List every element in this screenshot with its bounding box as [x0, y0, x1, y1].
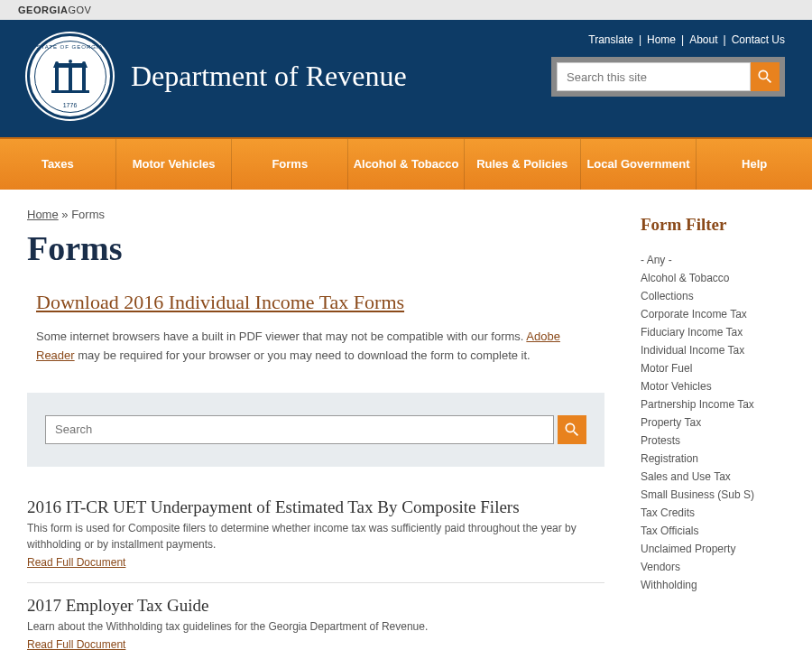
- svg-rect-2: [82, 68, 86, 90]
- filter-item[interactable]: Property Tax: [641, 413, 794, 432]
- read-full-document-link[interactable]: Read Full Document: [27, 556, 125, 569]
- header-left: STATE OF GEORGIA 1776 Department of Reve…: [27, 33, 407, 119]
- filter-item[interactable]: Vendors: [641, 558, 794, 576]
- link-home[interactable]: Home: [647, 33, 676, 46]
- filter-item[interactable]: Collections: [641, 287, 794, 305]
- nav-taxes[interactable]: Taxes: [0, 139, 116, 190]
- filter-list: - Any - Alcohol & Tobacco Collections Co…: [641, 251, 794, 594]
- intro-text: Some internet browsers have a built in P…: [36, 328, 595, 366]
- main-nav: Taxes Motor Vehicles Forms Alcohol & Tob…: [0, 137, 812, 190]
- form-search-input[interactable]: [45, 415, 554, 444]
- filter-item[interactable]: Corporate Income Tax: [641, 305, 794, 323]
- filter-item[interactable]: Withholding: [641, 576, 794, 594]
- filter-title: Form Filter: [641, 215, 794, 235]
- gov-bar: GEORGIAGOV: [0, 0, 812, 20]
- site-search-wrap: [551, 57, 785, 97]
- form-item-desc: This form is used for Composite filers t…: [27, 520, 604, 552]
- header-right: Translate|Home|About|Contact Us: [551, 33, 785, 119]
- filter-item[interactable]: Tax Officials: [641, 522, 794, 540]
- department-title: Department of Revenue: [131, 60, 407, 93]
- form-item-desc: Learn about the Withholding tax guidelin…: [27, 618, 604, 635]
- form-item: 2017 Employer Tax Guide Learn about the …: [27, 583, 604, 650]
- breadcrumb: Home » Forms: [27, 208, 604, 221]
- nav-alcohol-tobacco[interactable]: Alcohol & Tobacco: [348, 139, 465, 190]
- link-translate[interactable]: Translate: [588, 33, 633, 46]
- filter-item[interactable]: Protests: [641, 432, 794, 450]
- filter-item[interactable]: Small Business (Sub S): [641, 486, 794, 504]
- breadcrumb-current: Forms: [71, 208, 105, 221]
- filter-item[interactable]: Tax Credits: [641, 504, 794, 522]
- gov-bar-suffix: GOV: [68, 5, 91, 15]
- nav-help[interactable]: Help: [697, 139, 812, 190]
- header: STATE OF GEORGIA 1776 Department of Reve…: [0, 20, 812, 137]
- search-icon: [756, 68, 774, 86]
- nav-forms[interactable]: Forms: [232, 139, 348, 190]
- filter-item[interactable]: - Any -: [641, 251, 794, 269]
- nav-rules-policies[interactable]: Rules & Policies: [465, 139, 581, 190]
- link-about[interactable]: About: [689, 33, 717, 46]
- form-search-button[interactable]: [558, 415, 586, 444]
- filter-item[interactable]: Alcohol & Tobacco: [641, 269, 794, 287]
- filter-item[interactable]: Partnership Income Tax: [641, 395, 794, 413]
- page-title: Forms: [27, 228, 604, 268]
- svg-rect-3: [51, 90, 89, 93]
- filter-item[interactable]: Registration: [641, 450, 794, 468]
- form-search-wrap: [27, 393, 604, 467]
- sidebar: Form Filter - Any - Alcohol & Tobacco Co…: [632, 190, 812, 650]
- seal-icon: [48, 54, 93, 99]
- read-full-document-link[interactable]: Read Full Document: [27, 638, 125, 650]
- form-item: 2016 IT-CR UET Underpayment of Estimated…: [27, 485, 604, 583]
- site-search-input[interactable]: [557, 62, 751, 91]
- svg-rect-1: [69, 68, 72, 90]
- svg-point-6: [82, 61, 86, 65]
- breadcrumb-home[interactable]: Home: [27, 208, 59, 221]
- nav-motor-vehicles[interactable]: Motor Vehicles: [116, 139, 233, 190]
- filter-item[interactable]: Unclaimed Property: [641, 540, 794, 558]
- state-seal: STATE OF GEORGIA 1776: [27, 33, 113, 119]
- svg-point-4: [55, 61, 59, 65]
- svg-rect-0: [55, 68, 59, 90]
- top-links: Translate|Home|About|Contact Us: [551, 33, 785, 46]
- content-wrap: Home » Forms Forms Download 2016 Individ…: [0, 190, 812, 650]
- filter-item[interactable]: Individual Income Tax: [641, 341, 794, 359]
- form-item-title: 2016 IT-CR UET Underpayment of Estimated…: [27, 497, 604, 517]
- download-forms-link[interactable]: Download 2016 Individual Income Tax Form…: [36, 291, 404, 314]
- link-contact[interactable]: Contact Us: [732, 33, 785, 46]
- site-search-button[interactable]: [751, 62, 780, 91]
- svg-point-5: [69, 60, 72, 63]
- main-content: Home » Forms Forms Download 2016 Individ…: [0, 190, 632, 650]
- filter-item[interactable]: Fiduciary Income Tax: [641, 323, 794, 341]
- seal-year: 1776: [63, 102, 78, 108]
- form-item-title: 2017 Employer Tax Guide: [27, 596, 604, 616]
- search-icon: [563, 421, 581, 439]
- filter-item[interactable]: Motor Fuel: [641, 359, 794, 377]
- nav-local-government[interactable]: Local Government: [581, 139, 697, 190]
- gov-bar-prefix: GEORGIA: [18, 5, 68, 15]
- filter-item[interactable]: Sales and Use Tax: [641, 468, 794, 486]
- filter-item[interactable]: Motor Vehicles: [641, 377, 794, 395]
